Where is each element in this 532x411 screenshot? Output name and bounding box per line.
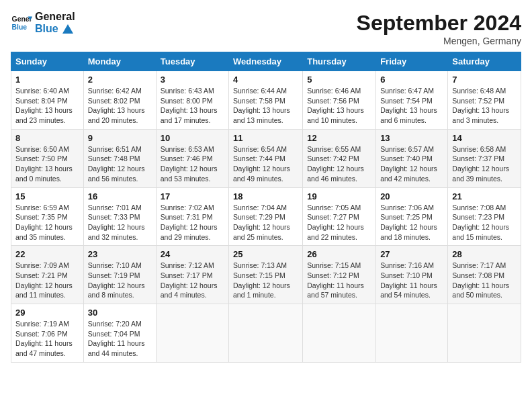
- day-cell: 7Sunrise: 6:48 AM Sunset: 7:52 PM Daylig…: [448, 71, 521, 130]
- day-cell: 30Sunrise: 7:20 AM Sunset: 7:04 PM Dayli…: [83, 304, 156, 363]
- day-number: 12: [307, 133, 371, 143]
- day-info: Sunrise: 7:05 AM Sunset: 7:27 PM Dayligh…: [307, 203, 371, 242]
- day-number: 11: [233, 133, 298, 143]
- day-cell: 2Sunrise: 6:42 AM Sunset: 8:02 PM Daylig…: [83, 71, 156, 130]
- day-number: 21: [452, 191, 517, 201]
- col-header-saturday: Saturday: [448, 52, 521, 71]
- day-number: 2: [88, 75, 152, 85]
- day-number: 4: [233, 75, 298, 85]
- day-cell: 8Sunrise: 6:50 AM Sunset: 7:50 PM Daylig…: [11, 129, 84, 187]
- svg-text:Blue: Blue: [12, 23, 28, 30]
- day-info: Sunrise: 6:54 AM Sunset: 7:44 PM Dayligh…: [233, 144, 298, 184]
- day-info: Sunrise: 6:44 AM Sunset: 7:58 PM Dayligh…: [233, 86, 298, 126]
- day-cell: 12Sunrise: 6:55 AM Sunset: 7:42 PM Dayli…: [303, 129, 376, 187]
- col-header-monday: Monday: [83, 52, 156, 71]
- day-cell: 16Sunrise: 7:01 AM Sunset: 7:33 PM Dayli…: [83, 187, 156, 246]
- header-row: SundayMondayTuesdayWednesdayThursdayFrid…: [11, 52, 521, 71]
- month-title: September 2024: [357, 11, 521, 36]
- day-number: 13: [380, 133, 443, 143]
- day-number: 6: [380, 75, 443, 85]
- day-cell: 18Sunrise: 7:04 AM Sunset: 7:29 PM Dayli…: [229, 187, 303, 246]
- col-header-wednesday: Wednesday: [229, 52, 303, 71]
- day-info: Sunrise: 7:06 AM Sunset: 7:25 PM Dayligh…: [380, 203, 443, 242]
- logo: General Blue General Blue General Blue: [11, 11, 75, 34]
- day-info: Sunrise: 7:15 AM Sunset: 7:12 PM Dayligh…: [307, 261, 371, 300]
- day-number: 1: [15, 75, 79, 85]
- day-number: 8: [15, 133, 79, 143]
- day-cell: 20Sunrise: 7:06 AM Sunset: 7:25 PM Dayli…: [376, 187, 448, 246]
- day-number: 16: [88, 191, 152, 201]
- day-cell: 26Sunrise: 7:15 AM Sunset: 7:12 PM Dayli…: [303, 246, 376, 304]
- day-cell: 24Sunrise: 7:12 AM Sunset: 7:17 PM Dayli…: [156, 246, 228, 304]
- day-cell: [229, 304, 303, 363]
- week-row-5: 29Sunrise: 7:19 AM Sunset: 7:06 PM Dayli…: [11, 304, 521, 363]
- day-cell: [376, 304, 448, 363]
- day-info: Sunrise: 7:17 AM Sunset: 7:08 PM Dayligh…: [452, 261, 517, 300]
- day-info: Sunrise: 7:02 AM Sunset: 7:31 PM Dayligh…: [161, 203, 224, 242]
- day-number: 22: [15, 249, 79, 259]
- col-header-friday: Friday: [376, 52, 448, 71]
- day-info: Sunrise: 6:42 AM Sunset: 8:02 PM Dayligh…: [88, 86, 152, 126]
- day-info: Sunrise: 7:12 AM Sunset: 7:17 PM Dayligh…: [161, 261, 224, 300]
- day-number: 30: [88, 308, 152, 318]
- page-header: General Blue General Blue General Blue S…: [11, 11, 521, 46]
- day-number: 10: [161, 133, 224, 143]
- day-number: 15: [15, 191, 79, 201]
- day-number: 23: [88, 249, 152, 259]
- day-cell: 27Sunrise: 7:16 AM Sunset: 7:10 PM Dayli…: [376, 246, 448, 304]
- day-info: Sunrise: 6:57 AM Sunset: 7:40 PM Dayligh…: [380, 144, 443, 184]
- logo-icon: General Blue: [11, 12, 32, 34]
- logo-text-block: General Blue: [35, 11, 75, 34]
- day-info: Sunrise: 6:55 AM Sunset: 7:42 PM Dayligh…: [307, 144, 371, 184]
- day-number: 7: [452, 75, 517, 85]
- day-cell: 3Sunrise: 6:43 AM Sunset: 8:00 PM Daylig…: [156, 71, 228, 130]
- day-cell: 28Sunrise: 7:17 AM Sunset: 7:08 PM Dayli…: [448, 246, 521, 304]
- day-cell: 13Sunrise: 6:57 AM Sunset: 7:40 PM Dayli…: [376, 129, 448, 187]
- day-cell: [448, 304, 521, 363]
- day-number: 18: [233, 191, 298, 201]
- day-cell: 23Sunrise: 7:10 AM Sunset: 7:19 PM Dayli…: [83, 246, 156, 304]
- title-block: September 2024 Mengen, Germany: [357, 11, 521, 46]
- day-cell: [156, 304, 228, 363]
- day-info: Sunrise: 6:47 AM Sunset: 7:54 PM Dayligh…: [380, 86, 443, 126]
- day-number: 29: [15, 308, 79, 318]
- day-number: 5: [307, 75, 371, 85]
- calendar-table: SundayMondayTuesdayWednesdayThursdayFrid…: [11, 52, 521, 363]
- day-number: 27: [380, 249, 443, 259]
- day-info: Sunrise: 7:19 AM Sunset: 7:06 PM Dayligh…: [15, 319, 79, 359]
- day-cell: 1Sunrise: 6:40 AM Sunset: 8:04 PM Daylig…: [11, 71, 84, 130]
- day-cell: 4Sunrise: 6:44 AM Sunset: 7:58 PM Daylig…: [229, 71, 303, 130]
- week-row-3: 15Sunrise: 6:59 AM Sunset: 7:35 PM Dayli…: [11, 187, 521, 246]
- day-info: Sunrise: 6:46 AM Sunset: 7:56 PM Dayligh…: [307, 86, 371, 126]
- day-info: Sunrise: 6:58 AM Sunset: 7:37 PM Dayligh…: [452, 144, 517, 184]
- day-info: Sunrise: 6:40 AM Sunset: 8:04 PM Dayligh…: [15, 86, 79, 126]
- day-cell: 21Sunrise: 7:08 AM Sunset: 7:23 PM Dayli…: [448, 187, 521, 246]
- day-number: 24: [161, 249, 224, 259]
- day-cell: 15Sunrise: 6:59 AM Sunset: 7:35 PM Dayli…: [11, 187, 84, 246]
- day-cell: 6Sunrise: 6:47 AM Sunset: 7:54 PM Daylig…: [376, 71, 448, 130]
- day-cell: 19Sunrise: 7:05 AM Sunset: 7:27 PM Dayli…: [303, 187, 376, 246]
- day-cell: 29Sunrise: 7:19 AM Sunset: 7:06 PM Dayli…: [11, 304, 84, 363]
- day-info: Sunrise: 7:13 AM Sunset: 7:15 PM Dayligh…: [233, 261, 298, 300]
- day-info: Sunrise: 6:59 AM Sunset: 7:35 PM Dayligh…: [15, 203, 79, 242]
- col-header-sunday: Sunday: [11, 52, 84, 71]
- day-info: Sunrise: 7:09 AM Sunset: 7:21 PM Dayligh…: [15, 261, 79, 300]
- week-row-1: 1Sunrise: 6:40 AM Sunset: 8:04 PM Daylig…: [11, 71, 521, 130]
- day-cell: 11Sunrise: 6:54 AM Sunset: 7:44 PM Dayli…: [229, 129, 303, 187]
- week-row-4: 22Sunrise: 7:09 AM Sunset: 7:21 PM Dayli…: [11, 246, 521, 304]
- day-number: 25: [233, 249, 298, 259]
- day-number: 9: [88, 133, 152, 143]
- day-number: 17: [161, 191, 224, 201]
- day-info: Sunrise: 6:53 AM Sunset: 7:46 PM Dayligh…: [161, 144, 224, 184]
- day-number: 19: [307, 191, 371, 201]
- col-header-thursday: Thursday: [303, 52, 376, 71]
- day-info: Sunrise: 6:50 AM Sunset: 7:50 PM Dayligh…: [15, 144, 79, 184]
- col-header-tuesday: Tuesday: [156, 52, 228, 71]
- day-cell: 17Sunrise: 7:02 AM Sunset: 7:31 PM Dayli…: [156, 187, 228, 246]
- week-row-2: 8Sunrise: 6:50 AM Sunset: 7:50 PM Daylig…: [11, 129, 521, 187]
- day-info: Sunrise: 6:51 AM Sunset: 7:48 PM Dayligh…: [88, 144, 152, 184]
- day-number: 3: [161, 75, 224, 85]
- day-number: 20: [380, 191, 443, 201]
- day-info: Sunrise: 7:10 AM Sunset: 7:19 PM Dayligh…: [88, 261, 152, 300]
- day-info: Sunrise: 7:20 AM Sunset: 7:04 PM Dayligh…: [88, 319, 152, 359]
